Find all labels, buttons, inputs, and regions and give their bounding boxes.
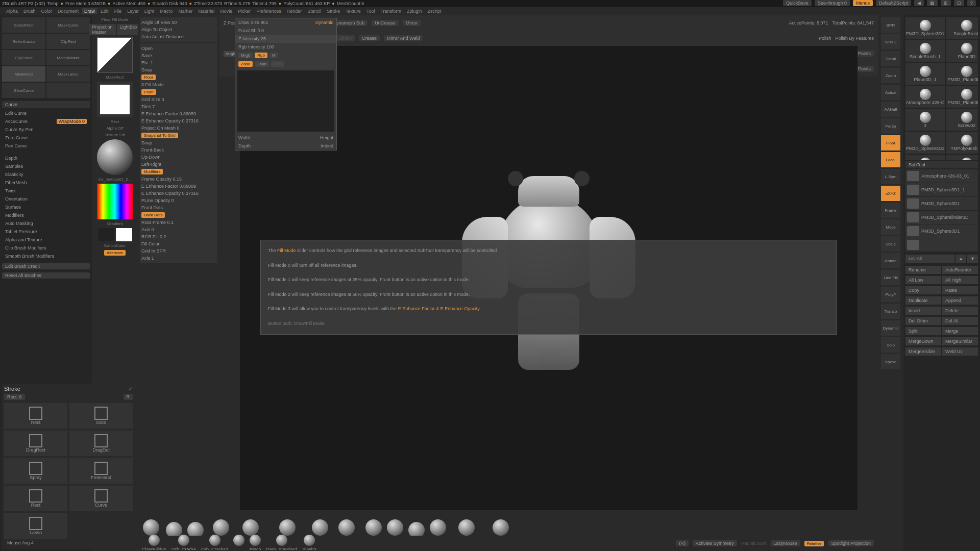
menu-macro[interactable]: Macro: [158, 8, 175, 14]
shelf-brush-[interactable]: [233, 535, 244, 551]
defaultzscript-button[interactable]: DefaultZScript: [876, 0, 911, 6]
auto-adjust-distance-button[interactable]: Auto Adjust Distance: [141, 34, 216, 39]
nav-local[interactable]: Local: [881, 152, 900, 167]
menu-marker[interactable]: Marker: [176, 8, 194, 14]
draw-eenhanceo[interactable]: E Enhance Opacity 0.27316: [141, 117, 216, 124]
window-icon[interactable]: ?: [967, 0, 976, 6]
draw-open[interactable]: Open: [141, 45, 216, 52]
menu-stencil[interactable]: Stencil: [305, 8, 323, 14]
prop-auto-masking[interactable]: Auto Masking: [2, 219, 90, 228]
rect-swatch[interactable]: [97, 82, 133, 117]
subtool-header[interactable]: SubTool: [905, 161, 978, 168]
curve-curve-by-pen[interactable]: Curve By Pen: [2, 126, 90, 134]
menu-zscript[interactable]: Zscript: [426, 8, 444, 14]
texture-off-label[interactable]: Texture Off: [105, 133, 125, 137]
up-icon[interactable]: ▲: [955, 255, 966, 263]
alpha-off-label[interactable]: Alpha Off: [106, 126, 123, 131]
lightbox-button[interactable]: LightBox: [117, 24, 141, 35]
nav-floor[interactable]: Floor: [881, 135, 900, 151]
zadd-button[interactable]: Zadd: [238, 61, 253, 67]
draw-updown[interactable]: Up-Down: [141, 154, 216, 161]
nav-spix3[interactable]: SPix 3: [881, 34, 900, 49]
uncrease-button[interactable]: UnCrease: [372, 20, 399, 26]
subtool-PM3D_Spherelinder3D[interactable]: PM3D_Spherelinder3D: [905, 211, 978, 224]
subtool-[interactable]: [905, 238, 978, 252]
zsub-button[interactable]: Zsub: [255, 61, 269, 67]
window-icon[interactable]: ◀: [914, 0, 924, 6]
draw-snap[interactable]: Snap: [141, 66, 216, 73]
draw-gridsize[interactable]: Grid Size 3: [141, 96, 216, 103]
prop-tablet-pressure[interactable]: Tablet Pressure: [2, 228, 90, 236]
rename-button[interactable]: Rename: [905, 266, 941, 274]
activate-symmetry-button[interactable]: Activate Symmetry: [693, 540, 737, 546]
subtool-Atmosphere 426-03_01[interactable]: Atmosphere 426-03_01: [905, 169, 978, 183]
menu-document[interactable]: Document: [56, 8, 81, 14]
draw-save[interactable]: Save: [141, 52, 216, 59]
nav-bpr[interactable]: BPR: [881, 17, 900, 33]
nav-linefill[interactable]: Line Fill: [881, 270, 900, 285]
alllow-button[interactable]: All Low: [905, 276, 941, 284]
prop-alpha-and-texture[interactable]: Alpha and Texture: [2, 236, 90, 244]
draw-plineop[interactable]: PLine Opacity 0: [141, 197, 216, 204]
shelf-brush-Slash3[interactable]: Slash3: [302, 535, 316, 551]
menu-transform[interactable]: Transform: [378, 8, 403, 14]
tool-cliprect[interactable]: ClipRect: [46, 34, 90, 49]
menu-draw[interactable]: Draw: [82, 8, 97, 14]
window-icon[interactable]: ⊞: [941, 0, 951, 6]
draw-front[interactable]: Front: [141, 88, 216, 96]
color-secondary[interactable]: [116, 228, 132, 241]
draw-fillcolor[interactable]: Fill Color: [141, 240, 216, 247]
align-to-object-button[interactable]: Align To Object: [141, 27, 216, 32]
nav-transp[interactable]: Transp: [881, 304, 900, 319]
tool-maskrect[interactable]: MaskRect: [2, 66, 45, 82]
draw-rgbframe[interactable]: RGB Frame 0.1: [141, 219, 216, 226]
shelf-brush-ClayBuildup[interactable]: ClayBuildup: [142, 535, 166, 551]
brush-PM3D_Plane3D_2[interactable]: PM3D_Plane3D_2: [946, 86, 978, 108]
prop-fibermesh[interactable]: FiberMesh: [2, 179, 90, 187]
prop-samples[interactable]: Samples: [2, 162, 90, 170]
menu-preferences[interactable]: Preferences: [254, 8, 283, 14]
shelf-brush-Orb_Cracks2[interactable]: Orb_Cracks2: [201, 535, 228, 551]
shelf-brush-Orb_Cracks[interactable]: Orb_Cracks: [172, 535, 196, 551]
relative-button[interactable]: Relative: [804, 541, 824, 546]
stroke-freehand[interactable]: FreeHand: [69, 458, 133, 484]
brush-Screw02[interactable]: Screw02: [946, 109, 978, 131]
nav-scale[interactable]: Scale: [881, 236, 900, 252]
allhigh-button[interactable]: All High: [942, 276, 978, 284]
nav-frame[interactable]: Frame: [881, 203, 900, 218]
brush-TPose2_PM3D_Sp[interactable]: TPose2_PM3D_Sp: [905, 155, 945, 160]
nav-l.sym[interactable]: L.Sym: [881, 169, 900, 184]
nav-solo[interactable]: Solo: [881, 337, 900, 353]
r-sym-button[interactable]: (R): [676, 540, 689, 546]
subtool-PM3D_Sphere3D1_1[interactable]: PM3D_Sphere3D1_1: [905, 183, 978, 196]
crease-button[interactable]: Crease: [359, 35, 380, 41]
draw-modifiers[interactable]: Modifiers: [141, 168, 216, 176]
switchcolor-button[interactable]: SwitchColor: [104, 243, 126, 248]
menu-alpha[interactable]: Alpha: [4, 8, 20, 14]
draw-eenhancef2[interactable]: E Enhance Factor 0.86089: [141, 183, 216, 190]
menu-texture[interactable]: Texture: [344, 8, 363, 14]
stroke-dragrect[interactable]: DragRect: [4, 431, 67, 456]
rect-value[interactable]: Rect. 6: [4, 394, 25, 400]
seethrough-slider[interactable]: See-through 0: [815, 0, 850, 6]
stroke-curve[interactable]: Curve: [69, 486, 133, 511]
draw-floor[interactable]: Floor: [141, 73, 216, 81]
duplicate-button[interactable]: Duplicate: [905, 296, 941, 305]
menu-layer[interactable]: Layer: [125, 8, 141, 14]
stroke-lasso[interactable]: Lasso: [4, 513, 67, 539]
draw-snaplbl[interactable]: Snap: [141, 139, 216, 146]
brush-TMPolyMesh_1[interactable]: TMPolyMesh_1: [946, 132, 978, 154]
nav-move[interactable]: Move: [881, 219, 900, 235]
delete-button[interactable]: Delete: [942, 307, 978, 315]
stroke-rect[interactable]: Rect: [4, 403, 67, 429]
rgb-button[interactable]: Rgb: [255, 53, 267, 58]
mouse-avg-slider[interactable]: Mouse Avg 4: [4, 539, 133, 547]
prop-surface[interactable]: Surface: [2, 203, 90, 211]
polish-by-features-button[interactable]: Polish By Features: [835, 36, 874, 41]
brush-TPose3_Atmospher[interactable]: TPose3_Atmospher: [946, 155, 978, 160]
tool-maskcurve[interactable]: MaskCurve: [46, 17, 90, 33]
nav-oxyz[interactable]: oXYZ: [881, 186, 900, 201]
brush-Atmosphere 426-C[interactable]: Atmosphere 426-C: [905, 86, 945, 108]
menu-movie[interactable]: Movie: [218, 8, 234, 14]
expand-icon[interactable]: ⤢: [129, 386, 133, 391]
